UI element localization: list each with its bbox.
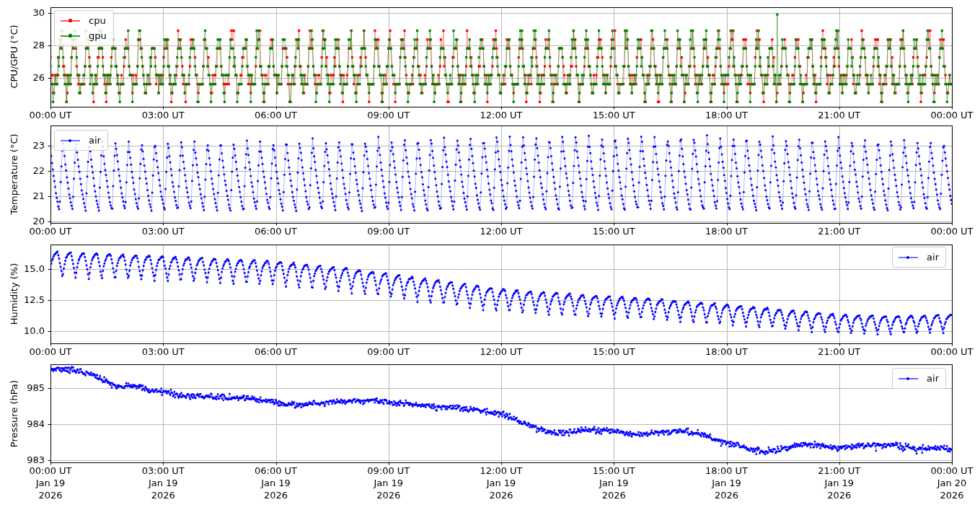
subplot-pressure [50,364,952,462]
legend-entry-gpu: gpu [61,28,107,43]
legend-pressure: air [892,368,946,389]
legend-label-air: air [927,252,939,262]
legend-label-cpu: cpu [89,16,106,25]
legend-entry-air: air [61,133,101,148]
subplot-cpu-gpu [50,7,952,107]
legend-label-air: air [89,136,101,145]
legend-line-gpu-icon [61,32,80,40]
figure: CPU/GPU (°C) Temperature (°C) Humidity (… [0,0,980,510]
legend-line-air-icon [899,253,918,261]
subplot-temperature [50,126,952,223]
legend-temperature: air [54,130,108,151]
y-axis-label-pressure: Pressure (hPa) [8,306,20,510]
legend-line-air-icon [899,374,918,382]
legend-cpu-gpu: cpu gpu [54,10,114,46]
legend-entry-air: air [899,371,939,386]
legend-humidity: air [892,247,946,268]
legend-label-air: air [927,374,939,383]
legend-label-gpu: gpu [89,31,107,40]
subplot-humidity [50,245,952,343]
legend-line-air-icon [61,136,80,144]
legend-entry-cpu: cpu [61,13,107,28]
legend-entry-air: air [899,250,939,265]
legend-line-cpu-icon [61,17,80,25]
